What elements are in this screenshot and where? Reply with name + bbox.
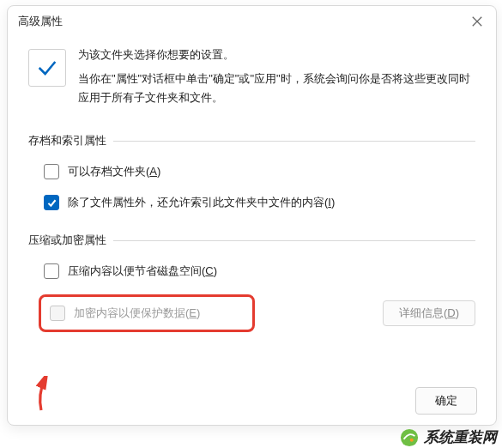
group-compress-encrypt: 压缩或加密属性 压缩内容以便节省磁盘空间(C) 加密内容以便保护数据(E) 详细… [28, 233, 475, 332]
intro-line1: 为该文件夹选择你想要的设置。 [78, 45, 475, 64]
highlight-box: 加密内容以便保护数据(E) [39, 294, 255, 332]
intro-text: 为该文件夹选择你想要的设置。 当你在"属性"对话框中单击"确定"或"应用"时，系… [78, 45, 475, 107]
watermark-logo-icon [400, 428, 419, 447]
watermark: 系统重装网 [400, 427, 497, 447]
divider [113, 141, 475, 142]
divider [113, 240, 475, 241]
close-icon[interactable] [469, 13, 486, 30]
group-archive-index: 存档和索引属性 可以存档文件夹(A) 除了文件属性外，还允许索引此文件夹中文件的… [28, 133, 475, 210]
checkbox-icon [44, 164, 59, 179]
watermark-text: 系统重装网 [424, 427, 497, 447]
titlebar: 高级属性 [8, 6, 496, 37]
checkbox-checked-icon [44, 195, 59, 210]
details-button: 详细信息(D) [383, 300, 475, 326]
group-compress-title: 压缩或加密属性 [28, 233, 106, 248]
checkbox-archive[interactable]: 可以存档文件夹(A) [44, 164, 475, 179]
checkbox-icon [44, 263, 59, 279]
checkbox-disabled-icon [50, 306, 65, 321]
dialog-title: 高级属性 [18, 14, 63, 29]
checkbox-compress[interactable]: 压缩内容以便节省磁盘空间(C) [44, 263, 475, 279]
checkbox-encrypt-label: 加密内容以便保护数据(E) [74, 306, 200, 321]
checkbox-index-label: 除了文件属性外，还允许索引此文件夹中文件的内容(I) [68, 195, 335, 210]
svg-point-4 [410, 438, 414, 441]
checkbox-archive-label: 可以存档文件夹(A) [68, 164, 160, 179]
svg-point-3 [401, 428, 418, 445]
checkbox-index[interactable]: 除了文件属性外，还允许索引此文件夹中文件的内容(I) [44, 195, 475, 210]
ok-button[interactable]: 确定 [415, 387, 477, 415]
intro-line2: 当你在"属性"对话框中单击"确定"或"应用"时，系统会询问你是否将这些更改同时应… [78, 70, 475, 107]
checkbox-compress-label: 压缩内容以便节省磁盘空间(C) [68, 263, 217, 279]
dialog-footer: 确定 [415, 387, 477, 415]
advanced-attributes-dialog: 高级属性 为该文件夹选择你想要的设置。 当你在"属性"对话框中单击"确定"或"应… [7, 5, 497, 426]
checkmark-icon [28, 49, 66, 87]
encrypt-row: 加密内容以便保护数据(E) 详细信息(D) [39, 294, 475, 332]
group-archive-title: 存档和索引属性 [28, 133, 106, 148]
intro-section: 为该文件夹选择你想要的设置。 当你在"属性"对话框中单击"确定"或"应用"时，系… [28, 45, 475, 107]
